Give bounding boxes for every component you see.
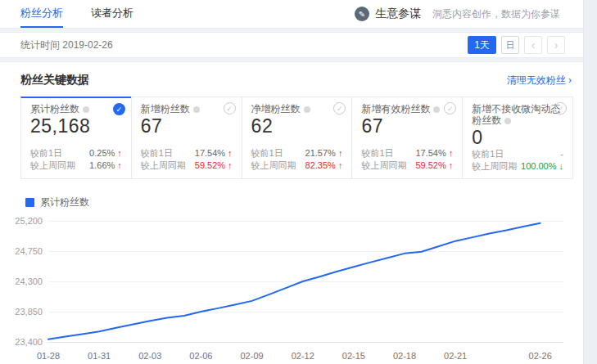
compare-row: 较前1日0.25%↑ xyxy=(30,147,122,160)
arrow-down-icon: ↓ xyxy=(559,160,563,173)
compare-label: 较上周同期 xyxy=(472,160,517,173)
tab-reader-analysis[interactable]: 读者分析 xyxy=(91,0,133,28)
compare-label: 较前1日 xyxy=(251,147,283,160)
info-dot-icon xyxy=(193,106,200,113)
card-title: 累计粉丝数 xyxy=(30,103,122,115)
x-tick-label: 02-12 xyxy=(292,351,314,361)
x-tick-label: 02-15 xyxy=(342,351,365,361)
top-tab-bar: 粉丝分析 读者分析 ✎ 生意参谋 洞悉内容创作，数据为你参谋 xyxy=(0,0,583,28)
arrow-up-icon: ↑ xyxy=(117,147,122,160)
info-dot-icon xyxy=(304,106,310,113)
y-tick-label: 23,400 xyxy=(15,337,43,347)
y-tick-label: 23,850 xyxy=(15,307,43,317)
check-circle-icon[interactable]: ✓ xyxy=(224,102,236,115)
compare-row: 较上周同期59.52%↑ xyxy=(361,160,453,172)
arrow-up-icon: ↑ xyxy=(449,160,454,172)
info-dot-icon xyxy=(504,118,511,124)
info-dot-icon xyxy=(83,106,89,113)
card-compare-rows: 较前1日21.57%↑较上周同期82.35%↑ xyxy=(251,147,343,172)
compare-label: 较上周同期 xyxy=(361,160,406,172)
check-circle-icon[interactable]: ✓ xyxy=(444,102,456,115)
card-compare-rows: 较前1日17.54%↑较上周同期59.52%↑ xyxy=(141,147,233,172)
brand-lockup[interactable]: ✎ 生意参谋 洞悉内容创作，数据为你参谋 xyxy=(355,0,560,28)
check-circle-icon[interactable]: ✓ xyxy=(554,102,567,115)
clean-invalid-fans-link[interactable]: 清理无效粉丝 › xyxy=(507,74,572,88)
x-tick-label: 01-31 xyxy=(88,351,111,361)
x-tick-label: 02-03 xyxy=(138,351,161,361)
card-title: 新增不接收微淘动态粉丝数 xyxy=(472,103,563,126)
compare-label: 较前1日 xyxy=(472,148,504,160)
stat-cards-row: ✓累计粉丝数25,168较前1日0.25%↑较上周同期1.66%↑✓新增粉丝数6… xyxy=(20,97,573,179)
arrow-up-icon: ↑ xyxy=(228,160,233,172)
compare-row: 较前1日17.54%↑ xyxy=(141,147,233,160)
brand-name: 生意参谋 xyxy=(375,7,421,21)
toolbar: 统计时间 2019-02-26 1天 日 ‹ › xyxy=(0,33,583,57)
chevron-left-icon: ‹ xyxy=(531,38,536,52)
stat-card-3[interactable]: ✓新增有效粉丝数67较前1日17.54%↑较上周同期59.52%↑ xyxy=(351,97,463,179)
card-compare-rows: 较前1日0.25%↑较上周同期1.66%↑ xyxy=(30,147,122,172)
calendar-icon: 日 xyxy=(506,39,515,52)
compare-value: 0.25% xyxy=(89,147,115,160)
page-title: 粉丝关键数据 xyxy=(20,73,89,88)
stat-card-0[interactable]: ✓累计粉丝数25,168较前1日0.25%↑较上周同期1.66%↑ xyxy=(20,97,132,179)
calendar-button[interactable]: 日 xyxy=(501,36,519,54)
y-tick-label: 24,750 xyxy=(15,246,43,256)
card-value: 25,168 xyxy=(30,116,122,137)
legend-swatch-icon xyxy=(25,198,34,207)
card-value: 0 xyxy=(472,128,563,148)
compare-value: 82.35% xyxy=(305,160,336,172)
compare-label: 较上周同期 xyxy=(251,160,296,172)
x-tick-label: 02-21 xyxy=(444,351,467,361)
x-tick-label: 01-28 xyxy=(37,351,60,361)
line-chart-plot: 23,40023,85024,30024,75025,200 xyxy=(48,221,563,342)
compare-label: 较前1日 xyxy=(141,147,173,160)
pen-circle-logo-icon: ✎ xyxy=(355,7,369,21)
card-value: 62 xyxy=(251,116,343,137)
compare-label: 较前1日 xyxy=(361,147,393,160)
compare-value: 100.00% xyxy=(521,160,556,173)
card-compare-rows: 较前1日17.54%↑较上周同期59.52%↑ xyxy=(361,147,453,172)
section-header: 粉丝关键数据 清理无效粉丝 › xyxy=(20,73,573,88)
compare-row: 较上周同期1.66%↑ xyxy=(30,160,122,172)
chart-x-axis: 01-2801-3102-0302-0602-0902-1202-1502-18… xyxy=(48,348,563,364)
card-value: 67 xyxy=(361,116,453,137)
card-value: 67 xyxy=(141,116,233,137)
page-gutter-scroll-area[interactable] xyxy=(583,0,597,364)
line-series xyxy=(48,223,540,339)
card-title: 净增粉丝数 xyxy=(251,103,343,115)
card-title: 新增有效粉丝数 xyxy=(361,103,453,115)
check-circle-icon[interactable]: ✓ xyxy=(333,102,346,115)
stat-card-4[interactable]: ✓新增不接收微淘动态粉丝数0较前1日-较上周同期100.00%↓ xyxy=(462,97,573,179)
compare-value: 59.52% xyxy=(415,160,445,172)
card-title: 新增粉丝数 xyxy=(141,103,233,115)
stat-card-1[interactable]: ✓新增粉丝数67较前1日17.54%↑较上周同期59.52%↑ xyxy=(131,97,242,179)
chart-legend[interactable]: 累计粉丝数 xyxy=(25,195,573,209)
x-tick-label: 02-26 xyxy=(529,351,552,361)
stat-card-2[interactable]: ✓净增粉丝数62较前1日21.57%↑较上周同期82.35%↑ xyxy=(242,97,353,179)
compare-row: 较上周同期100.00%↓ xyxy=(472,160,563,173)
compare-row: 较前1日17.54%↑ xyxy=(361,147,453,160)
compare-value: - xyxy=(560,148,563,160)
y-tick-label: 25,200 xyxy=(15,216,43,226)
chevron-right-icon: › xyxy=(554,38,559,52)
next-day-button[interactable]: › xyxy=(547,36,565,54)
content-area: 粉丝关键数据 清理无效粉丝 › ✓累计粉丝数25,168较前1日0.25%↑较上… xyxy=(0,62,583,364)
prev-day-button[interactable]: ‹ xyxy=(524,36,542,54)
compare-row: 较前1日- xyxy=(472,148,563,160)
tab-fan-analysis[interactable]: 粉丝分析 xyxy=(20,0,63,28)
compare-row: 较前1日21.57%↑ xyxy=(251,147,343,160)
arrow-up-icon: ↑ xyxy=(338,147,343,160)
main-panel: 粉丝分析 读者分析 ✎ 生意参谋 洞悉内容创作，数据为你参谋 统计时间 2019… xyxy=(0,0,583,364)
info-dot-icon xyxy=(433,106,440,113)
arrow-up-icon: ↑ xyxy=(338,160,343,172)
y-tick-label: 24,300 xyxy=(15,276,43,286)
range-1day-button[interactable]: 1天 xyxy=(468,36,496,54)
compare-label: 较上周同期 xyxy=(141,160,186,172)
arrow-up-icon: ↑ xyxy=(228,147,233,160)
compare-value: 1.66% xyxy=(89,160,115,172)
check-circle-selected-icon[interactable]: ✓ xyxy=(113,103,125,115)
legend-label: 累计粉丝数 xyxy=(40,195,89,209)
card-compare-rows: 较前1日-较上周同期100.00%↓ xyxy=(472,148,563,173)
compare-value: 21.57% xyxy=(305,147,336,160)
compare-label: 较前1日 xyxy=(30,147,62,160)
